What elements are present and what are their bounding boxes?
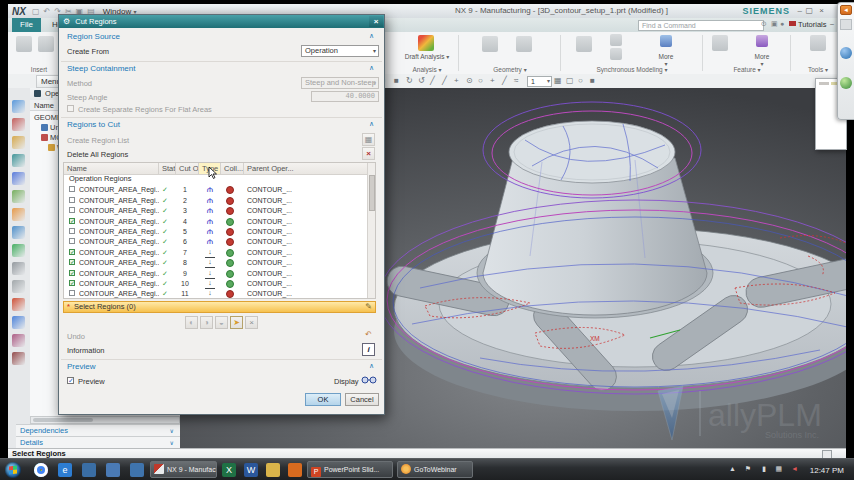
col-parent[interactable]: Parent Oper... [244,163,369,174]
resource-bar-icon[interactable] [12,172,25,185]
resource-bar-icon[interactable] [12,352,25,365]
gtw-globe-icon[interactable] [840,47,852,59]
taskbar-nx-task[interactable]: NX 9 - Manufac... [150,461,217,478]
delete-all-regions-label[interactable]: Delete All Regions [67,150,128,159]
resource-bar-icon[interactable] [12,262,25,275]
snap-tool-icon[interactable]: ○ [478,76,483,85]
row-checkbox[interactable] [69,186,75,192]
replace-face-icon[interactable] [610,48,622,60]
move-face-icon[interactable] [576,36,592,52]
snap-tool-icon[interactable]: ≈ [514,76,518,85]
view-tool-icon[interactable]: ▢ [566,76,574,85]
gtw-square-button[interactable] [840,19,852,30]
col-status[interactable]: Stat... [159,163,176,174]
tray-flag-icon[interactable]: ⚑ [745,465,751,473]
resource-bar-icon[interactable] [12,100,25,113]
scale-dropdown[interactable]: 1 ▾ [527,76,552,87]
group-label[interactable]: Analysis ▾ [396,66,458,73]
chevron-up-icon[interactable]: ∧ [369,362,374,370]
dialog-close-button[interactable]: × [369,16,383,27]
col-cut-order[interactable]: Cut O... [176,163,199,174]
app-icon[interactable] [82,463,96,477]
table-row[interactable]: CONTOUR_AREA_Regi...✓5ΨCONTOUR_... [64,226,369,236]
draft-analysis-label[interactable]: Draft Analysis ▾ [396,53,458,60]
create-tool-icon[interactable] [16,36,32,52]
tray-power-icon[interactable]: ▮ [762,465,766,473]
snap-tool-icon[interactable]: ⊙ [466,76,473,85]
row-checkbox[interactable] [69,197,75,203]
snap-tool-icon[interactable]: ■ [394,76,399,85]
app-icon[interactable] [106,463,120,477]
excel-icon[interactable]: X [222,463,236,477]
table-row[interactable]: CONTOUR_AREA_Regi...✓11↓CONTOUR_... [64,288,369,298]
table-row[interactable]: CONTOUR_AREA_Regi...✓2ΨCONTOUR_... [64,195,369,205]
taskbar-gotowebinar-task[interactable]: GoToWebinar [397,461,473,478]
tab-file[interactable]: File [12,18,41,32]
tray-expand-icon[interactable]: ▲ [729,465,736,472]
preview-checkbox[interactable]: ✓ [67,377,74,384]
table-row[interactable]: ✓CONTOUR_AREA_Regi...✓7↓CONTOUR_... [64,247,369,257]
section-steep-containment[interactable]: Steep Containment [67,64,136,73]
create-geometry-icon[interactable] [38,36,54,52]
offset-region-icon[interactable] [610,34,622,46]
col-collision[interactable]: Coll... [221,163,244,174]
information-label[interactable]: Information [67,346,105,355]
snap-tool-icon[interactable]: ╱ [430,76,435,85]
draft-analysis-icon[interactable] [418,35,434,51]
row-checkbox[interactable]: ✓ [69,280,75,286]
tray-network-icon[interactable]: ▦ [775,465,782,473]
resource-bar-icon[interactable] [12,316,25,329]
resource-bar-icon[interactable] [12,118,25,131]
part-material-icon[interactable] [810,35,826,51]
table-row[interactable]: ✓CONTOUR_AREA_Regi...✓9↓CONTOUR_... [64,268,369,278]
word-icon[interactable]: W [244,463,258,477]
snap-tool-icon[interactable]: ╱ [442,76,447,85]
resource-bar-icon[interactable] [12,334,25,347]
group-label[interactable]: Synchronous Modeling ▾ [562,66,702,73]
table-row[interactable]: ✓CONTOUR_AREA_Regi...✓4ΨCONTOUR_... [64,216,369,226]
view-tool-icon[interactable]: ○ [578,76,583,85]
row-checkbox[interactable] [69,228,75,234]
create-from-dropdown[interactable]: Operation▾ [301,45,379,57]
table-vscrollbar[interactable] [367,163,375,298]
select-regions-bar[interactable]: * Select Regions (0) ✎ [63,301,376,313]
office-icon[interactable] [288,463,302,477]
restore-button[interactable]: ▢ [805,6,813,15]
close-button[interactable]: × [819,6,824,15]
more-label[interactable]: More▾ [646,53,686,67]
start-button[interactable] [5,462,21,478]
tray-speaker-icon[interactable]: ◄ [791,465,798,472]
chrome-icon[interactable] [34,463,48,477]
section-regions-to-cut[interactable]: Regions to Cut [67,120,120,129]
collapse-arrow-button[interactable]: ◄ [840,5,852,15]
find-command-input[interactable]: Find a Command [638,20,764,31]
snap-tool-icon[interactable]: ╱ [502,76,507,85]
ribbon-minimize-icon[interactable]: – [830,20,834,27]
snap-tool-icon[interactable]: ↺ [418,76,425,85]
row-checkbox[interactable]: ✓ [69,218,75,224]
extract-geometry-icon[interactable] [516,36,532,52]
resource-bar-icon[interactable] [12,280,25,293]
view-tool-icon[interactable]: ▦ [554,76,562,85]
more-sync-icon[interactable] [660,35,672,47]
section-preview[interactable]: Preview [67,362,95,371]
select-pointer-icon[interactable]: ➤ [230,316,243,329]
row-checkbox[interactable]: ✓ [69,270,75,276]
delete-all-regions-icon[interactable]: × [362,147,375,160]
help-icon[interactable]: ● [780,20,784,27]
resource-bar-icon[interactable] [12,208,25,221]
row-checkbox[interactable] [69,290,75,296]
row-checkbox[interactable] [69,207,75,213]
group-label[interactable]: Geometry ▾ [460,66,560,73]
row-checkbox[interactable] [69,238,75,244]
row-checkbox[interactable]: ✓ [69,249,75,255]
table-row[interactable]: CONTOUR_AREA_Regi...✓1ΨCONTOUR_... [64,184,369,194]
resource-bar-icon[interactable] [12,298,25,311]
search-icon[interactable]: ⊙ [761,20,767,28]
tutorials-link[interactable]: Tutorials [798,20,826,29]
cancel-button[interactable]: Cancel [345,393,379,406]
display-glasses-icon[interactable] [361,375,377,385]
resource-bar-icon[interactable] [12,154,25,167]
col-name[interactable]: Name [64,163,159,174]
folder-icon[interactable] [266,463,280,477]
